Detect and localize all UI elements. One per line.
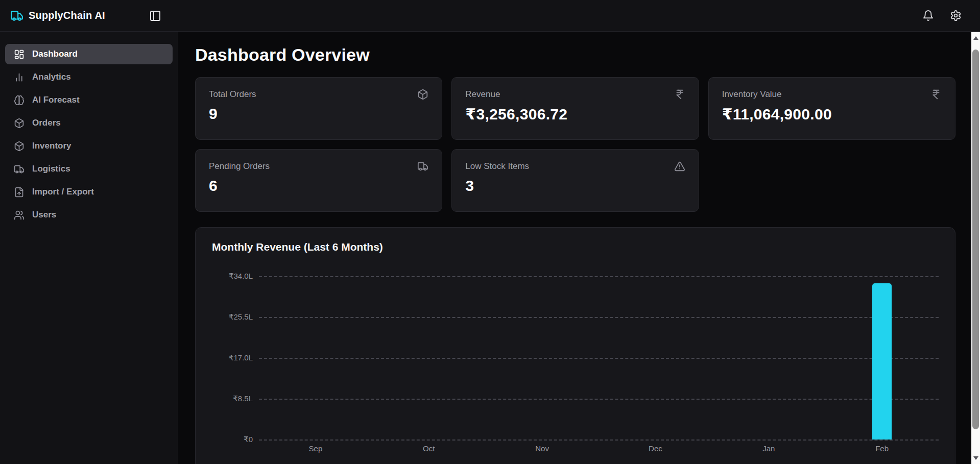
sidebar-item-logistics[interactable]: Logistics xyxy=(5,159,173,179)
monthly-revenue-chart-panel: Monthly Revenue (Last 6 Months) ₹34.0L₹2… xyxy=(195,227,955,464)
card-value: ₹11,064,900.00 xyxy=(722,105,942,123)
brand: SupplyChain AI xyxy=(10,9,105,22)
sidebar-item-import-export[interactable]: Import / Export xyxy=(5,182,173,202)
bar-feb[interactable] xyxy=(872,283,892,439)
main-content: Dashboard Overview Total Orders 9 Revenu… xyxy=(178,32,971,464)
sidebar-item-inventory[interactable]: Inventory xyxy=(5,136,173,156)
layout-dashboard-icon xyxy=(14,49,25,60)
y-tick-label: ₹0 xyxy=(244,435,253,444)
header: SupplyChain AI xyxy=(0,0,980,32)
stat-cards-row-1: Total Orders 9 Revenue ₹3,256,306.72 Inv… xyxy=(195,77,955,212)
card-revenue: Revenue ₹3,256,306.72 xyxy=(451,77,699,140)
header-left: SupplyChain AI xyxy=(0,0,178,31)
sidebar-item-label: AI Forecast xyxy=(32,95,80,105)
gear-icon xyxy=(950,10,962,21)
package-icon xyxy=(14,118,25,129)
panel-left-icon xyxy=(149,10,161,22)
app-title: SupplyChain AI xyxy=(29,10,105,21)
chart-title: Monthly Revenue (Last 6 Months) xyxy=(212,241,939,253)
brain-icon xyxy=(14,95,25,106)
y-tick-label: ₹34.0L xyxy=(229,272,253,281)
package-icon xyxy=(14,141,25,152)
bar-chart: ₹34.0L₹25.5L₹17.0L₹8.5L₹0 SepOctNovDecJa… xyxy=(212,276,939,453)
indian-rupee-icon xyxy=(930,89,942,100)
bar-chart-icon xyxy=(14,72,25,83)
sidebar-item-label: Users xyxy=(32,210,56,220)
truck-icon xyxy=(14,164,25,175)
scroll-up-arrow-icon[interactable] xyxy=(973,36,978,40)
card-label: Total Orders xyxy=(209,89,256,100)
sidebar-item-label: Dashboard xyxy=(32,49,78,59)
page-title: Dashboard Overview xyxy=(195,45,955,65)
card-value: 9 xyxy=(209,105,428,123)
scroll-down-arrow-icon[interactable] xyxy=(973,456,978,460)
chart-y-axis: ₹34.0L₹25.5L₹17.0L₹8.5L₹0 xyxy=(212,276,259,439)
card-pending-orders: Pending Orders 6 xyxy=(195,149,442,212)
y-tick-label: ₹8.5L xyxy=(233,394,253,403)
sidebar-item-label: Analytics xyxy=(32,72,71,82)
x-tick-label: Oct xyxy=(372,444,486,453)
x-tick-label: Jan xyxy=(712,444,825,453)
card-low-stock-items: Low Stock Items 3 xyxy=(451,149,699,212)
y-tick-label: ₹25.5L xyxy=(229,312,253,322)
card-inventory-value: Inventory Value ₹11,064,900.00 xyxy=(708,77,955,140)
bell-icon xyxy=(922,10,934,21)
chart-x-axis: SepOctNovDecJanFeb xyxy=(259,444,939,453)
settings-button[interactable] xyxy=(946,7,965,25)
header-actions xyxy=(919,7,980,25)
sidebar-item-label: Import / Export xyxy=(32,187,94,197)
card-value: 3 xyxy=(465,177,685,194)
sidebar-item-analytics[interactable]: Analytics xyxy=(5,67,173,87)
sidebar-toggle-button[interactable] xyxy=(147,7,164,25)
gridline xyxy=(259,439,939,441)
card-label: Low Stock Items xyxy=(465,161,529,172)
indian-rupee-icon xyxy=(674,89,685,100)
sidebar-item-label: Inventory xyxy=(32,141,71,151)
scrollbar[interactable] xyxy=(971,32,980,464)
notifications-button[interactable] xyxy=(919,7,937,25)
package-icon xyxy=(417,89,428,100)
card-label: Inventory Value xyxy=(722,89,782,100)
sidebar: Dashboard Analytics AI Forecast Orders I… xyxy=(0,32,178,464)
scrollbar-thumb[interactable] xyxy=(972,50,979,429)
card-value: 6 xyxy=(209,177,428,194)
sidebar-item-ai-forecast[interactable]: AI Forecast xyxy=(5,90,173,110)
alert-triangle-icon xyxy=(674,161,685,172)
sidebar-item-users[interactable]: Users xyxy=(5,205,173,225)
x-tick-label: Dec xyxy=(599,444,712,453)
chart-plot-area xyxy=(259,276,939,439)
truck-logo-icon xyxy=(10,9,23,22)
users-icon xyxy=(14,210,25,221)
sidebar-item-label: Orders xyxy=(32,118,61,128)
x-tick-label: Feb xyxy=(825,444,939,453)
truck-icon xyxy=(417,161,428,172)
file-up-icon xyxy=(14,187,25,198)
x-tick-label: Nov xyxy=(486,444,599,453)
y-tick-label: ₹17.0L xyxy=(229,353,253,362)
sidebar-item-label: Logistics xyxy=(32,164,70,174)
card-value: ₹3,256,306.72 xyxy=(465,105,685,123)
card-label: Pending Orders xyxy=(209,161,270,172)
sidebar-item-orders[interactable]: Orders xyxy=(5,113,173,133)
sidebar-item-dashboard[interactable]: Dashboard xyxy=(5,44,173,64)
card-label: Revenue xyxy=(465,89,500,100)
card-total-orders: Total Orders 9 xyxy=(195,77,442,140)
sidebar-nav: Dashboard Analytics AI Forecast Orders I… xyxy=(0,32,178,240)
x-tick-label: Sep xyxy=(259,444,372,453)
